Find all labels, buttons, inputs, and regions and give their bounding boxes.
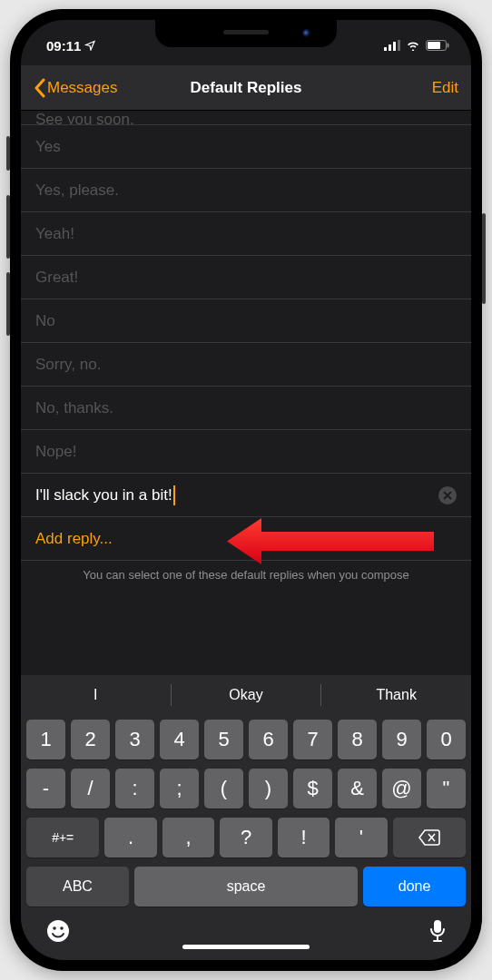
reply-row[interactable]: No, thanks.: [21, 387, 471, 430]
key-quote[interactable]: ": [427, 769, 466, 808]
suggestion[interactable]: I: [21, 675, 171, 715]
reply-row[interactable]: See you soon.: [21, 111, 471, 125]
key-amp[interactable]: &: [338, 769, 377, 808]
back-button[interactable]: Messages: [34, 78, 117, 98]
key-4[interactable]: 4: [160, 720, 199, 760]
svg-rect-0: [384, 47, 387, 51]
reply-row[interactable]: Nope!: [21, 430, 471, 474]
reply-input-text: I'll slack you in a bit!: [35, 486, 172, 505]
key-done[interactable]: done: [363, 867, 466, 906]
key-5[interactable]: 5: [204, 720, 243, 760]
reply-text: No: [35, 312, 55, 330]
footer-hint: You can select one of these default repl…: [21, 561, 471, 587]
key-3[interactable]: 3: [115, 720, 154, 760]
emoji-icon: [46, 919, 70, 943]
key-0[interactable]: 0: [427, 720, 466, 760]
page-title: Default Replies: [191, 79, 302, 97]
svg-point-7: [47, 920, 69, 942]
key-9[interactable]: 9: [382, 720, 421, 760]
replies-list: See you soon. Yes Yes, please. Yeah! Gre…: [21, 111, 471, 675]
key-2[interactable]: 2: [71, 720, 110, 760]
key-backspace[interactable]: [393, 818, 466, 858]
key-at[interactable]: @: [382, 769, 421, 808]
keyboard: I Okay Thank 1 2 3 4 5 6 7 8 9 0 - /: [21, 675, 471, 960]
location-icon: [84, 40, 95, 51]
microphone-icon: [429, 919, 446, 943]
key-lparen[interactable]: (: [204, 769, 243, 808]
add-reply-button[interactable]: Add reply...: [21, 517, 471, 561]
key-colon[interactable]: :: [115, 769, 154, 808]
reply-text: Yes: [35, 138, 61, 156]
key-rparen[interactable]: ): [249, 769, 288, 808]
reply-row[interactable]: No: [21, 299, 471, 343]
svg-rect-5: [428, 42, 440, 49]
key-1[interactable]: 1: [26, 720, 65, 760]
home-indicator[interactable]: [182, 945, 310, 949]
suggestion[interactable]: Thank: [321, 675, 471, 715]
reply-text: Sorry, no.: [35, 356, 101, 374]
key-abc[interactable]: ABC: [26, 867, 129, 906]
svg-rect-6: [448, 44, 449, 48]
key-symbols-shift[interactable]: #+=: [26, 818, 99, 858]
chevron-left-icon: [34, 78, 45, 98]
svg-rect-1: [389, 44, 391, 51]
key-slash[interactable]: /: [71, 769, 110, 808]
reply-text: Yes, please.: [35, 181, 119, 200]
dictation-button[interactable]: [429, 919, 446, 946]
key-semicolon[interactable]: ;: [160, 769, 199, 808]
wifi-icon: [406, 40, 420, 51]
clear-input-button[interactable]: [438, 486, 457, 505]
key-comma[interactable]: ,: [162, 818, 214, 858]
reply-text: No, thanks.: [35, 399, 113, 417]
reply-text: Great!: [35, 269, 78, 287]
key-period[interactable]: .: [104, 818, 156, 858]
suggestion[interactable]: Okay: [172, 675, 321, 715]
status-time: 09:11: [46, 38, 81, 54]
reply-row[interactable]: Great!: [21, 256, 471, 299]
reply-input-row[interactable]: I'll slack you in a bit!: [21, 474, 471, 517]
reply-row[interactable]: Sorry, no.: [21, 343, 471, 387]
nav-bar: Messages Default Replies Edit: [21, 65, 471, 111]
svg-point-8: [53, 926, 56, 930]
back-label: Messages: [47, 79, 117, 97]
reply-text: See you soon.: [35, 111, 134, 125]
svg-rect-2: [393, 42, 396, 51]
reply-row[interactable]: Yeah!: [21, 212, 471, 256]
text-cursor: [173, 485, 175, 505]
svg-rect-10: [434, 920, 441, 933]
battery-icon: [426, 40, 449, 51]
key-exclaim[interactable]: !: [278, 818, 330, 858]
edit-button[interactable]: Edit: [432, 79, 458, 97]
key-dash[interactable]: -: [26, 769, 65, 808]
key-question[interactable]: ?: [220, 818, 271, 858]
reply-text: Nope!: [35, 443, 76, 461]
key-6[interactable]: 6: [249, 720, 288, 760]
reply-row[interactable]: Yes: [21, 125, 471, 169]
key-7[interactable]: 7: [293, 720, 332, 760]
key-space[interactable]: space: [134, 867, 358, 906]
suggestion-bar: I Okay Thank: [21, 675, 471, 715]
key-apostrophe[interactable]: ': [335, 818, 387, 858]
svg-point-9: [60, 926, 64, 930]
svg-rect-3: [398, 40, 400, 51]
reply-text: Yeah!: [35, 225, 74, 243]
backspace-icon: [418, 829, 440, 846]
add-reply-label: Add reply...: [35, 530, 113, 548]
reply-row[interactable]: Yes, please.: [21, 169, 471, 212]
cellular-icon: [384, 40, 400, 51]
close-icon: [443, 491, 452, 500]
key-dollar[interactable]: $: [293, 769, 332, 808]
key-8[interactable]: 8: [338, 720, 377, 760]
emoji-button[interactable]: [46, 919, 70, 946]
